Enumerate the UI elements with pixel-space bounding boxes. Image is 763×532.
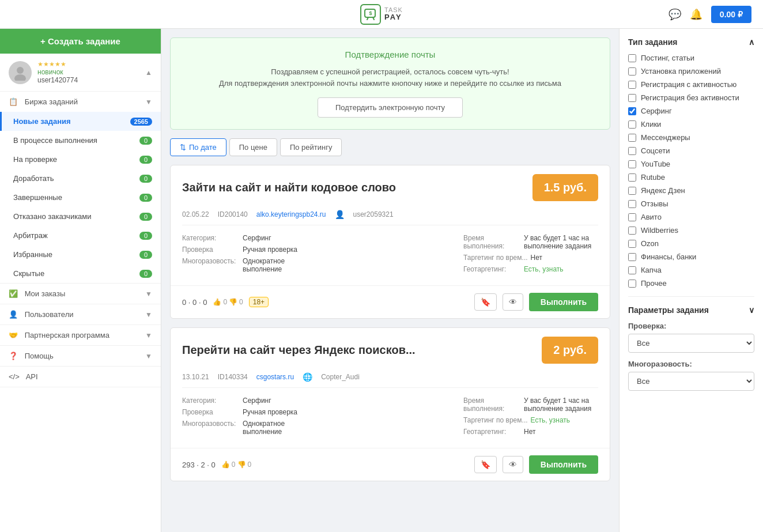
logo: $ TASK PAY — [360, 4, 403, 25]
checkbox-reg-passive-input[interactable] — [628, 94, 636, 102]
sidebar-header-users[interactable]: 👤 Пользователи ▼ — [0, 304, 161, 325]
checkbox-ozon[interactable]: Ozon — [628, 239, 754, 248]
checkbox-captcha[interactable]: Капча — [628, 266, 754, 274]
checkbox-surfing-input[interactable] — [628, 107, 636, 115]
users-label: Пользователи — [25, 310, 74, 319]
confirm-email-button[interactable]: Подтердить электронную почту — [318, 97, 463, 118]
checkbox-social[interactable]: Соцсети — [628, 146, 754, 155]
sidebar-header-help[interactable]: ❓ Помощь ▼ — [0, 346, 161, 366]
checkbox-finance[interactable]: Финансы, банки — [628, 252, 754, 261]
checkbox-other-input[interactable] — [628, 280, 636, 288]
create-task-button[interactable]: + Создать задание — [0, 29, 161, 54]
task-2-geo-row: Геотаргетинг: Нет — [463, 428, 598, 436]
task-2-bookmark-button[interactable]: 🔖 — [474, 456, 497, 473]
checkbox-social-input[interactable] — [628, 147, 636, 155]
checkbox-messengers[interactable]: Мессенджеры — [628, 133, 754, 142]
checkbox-posting-input[interactable] — [628, 54, 636, 62]
task-2-multi-label: Многоразовость: — [182, 420, 240, 436]
sort-tab-price[interactable]: По цене — [229, 138, 277, 156]
sidebar-item-in-progress[interactable]: В процессе выполнения 0 — [0, 131, 161, 150]
checkbox-captcha-input[interactable] — [628, 266, 636, 274]
task-2-category-label: Категория: — [182, 397, 240, 405]
checkbox-finance-input[interactable] — [628, 253, 636, 261]
sidebar-item-favorites[interactable]: Избранные 0 — [0, 245, 161, 264]
checkbox-apps[interactable]: Установка приложений — [628, 67, 754, 76]
checkboxes-list: Постинг, статьи Установка приложений Рег… — [628, 54, 754, 288]
checkbox-reg-active[interactable]: Регистрация с активностью — [628, 80, 754, 89]
task-1-geo-label: Геотаргетинг: — [463, 265, 521, 273]
checkbox-reviews-input[interactable] — [628, 200, 636, 208]
email-banner-title: Подтверждение почты — [182, 50, 598, 59]
sidebar-section-partner: 🤝 Партнерская программа ▼ — [0, 325, 161, 346]
sidebar-item-in-progress-label: В процессе выполнения — [13, 136, 97, 145]
task-1-multi-label: Многоразовость: — [182, 257, 240, 273]
checkbox-clicks-label: Клики — [641, 120, 661, 129]
user-chevron-icon[interactable]: ▲ — [145, 69, 152, 77]
sidebar-item-completed[interactable]: Завершенные 0 — [0, 188, 161, 207]
checkbox-youtube[interactable]: YouTube — [628, 160, 754, 168]
checkbox-posting[interactable]: Постинг, статьи — [628, 54, 754, 62]
checkbox-youtube-input[interactable] — [628, 160, 636, 168]
task-2-multi-value: Однократное выполнение — [243, 420, 317, 436]
sidebar-item-rework[interactable]: Доработать 0 — [0, 169, 161, 188]
review-select[interactable]: Все Ручная Автоматическая — [628, 334, 754, 353]
checkbox-clicks[interactable]: Клики — [628, 120, 754, 129]
sidebar-item-arbitrage[interactable]: Арбитраж 0 — [0, 226, 161, 245]
task-1-geo-link[interactable]: Есть, узнать — [524, 265, 564, 273]
my-orders-label: Мои заказы — [25, 289, 66, 298]
task-1-site[interactable]: alko.keyteringspb24.ru — [256, 210, 326, 218]
checkbox-rutube[interactable]: Rutube — [628, 173, 754, 182]
sort-tab-rating[interactable]: По рейтингу — [280, 138, 342, 156]
sidebar-item-new[interactable]: Новые задания 2565 — [0, 112, 161, 131]
sidebar-item-favorites-label: Избранные — [13, 250, 52, 259]
checkbox-avito-input[interactable] — [628, 213, 636, 221]
checkbox-apps-input[interactable] — [628, 67, 636, 76]
checkbox-avito[interactable]: Авито — [628, 213, 754, 221]
logo-icon: $ — [360, 4, 381, 25]
checkbox-clicks-input[interactable] — [628, 120, 636, 129]
checkbox-reg-active-input[interactable] — [628, 81, 636, 89]
task-2-thumbs-down-icon: 👎 — [237, 461, 246, 469]
sidebar-item-rejected[interactable]: Отказано заказчиками 0 — [0, 207, 161, 226]
task-2-site[interactable]: csgostars.ru — [256, 373, 294, 381]
balance-button[interactable]: 0.00 ₽ — [711, 6, 751, 23]
checkbox-ozon-input[interactable] — [628, 240, 636, 248]
sidebar-header-partner[interactable]: 🤝 Партнерская программа ▼ — [0, 325, 161, 345]
help-label: Помощь — [25, 352, 54, 360]
multi-select[interactable]: Все Однократное Многоразовое — [628, 372, 754, 391]
messages-icon[interactable]: 💬 — [668, 8, 681, 21]
task-2-targeting-link[interactable]: Есть, узнать — [531, 416, 571, 424]
task-1-age-badge: 18+ — [249, 297, 269, 307]
sidebar-item-arbitrage-badge: 0 — [139, 232, 152, 240]
sidebar-header-birja[interactable]: 📋 Биржа заданий ▼ — [0, 92, 161, 112]
task-type-chevron-icon[interactable]: ∧ — [749, 37, 754, 47]
partner-label: Партнерская программа — [25, 331, 109, 339]
sort-tab-date[interactable]: ⇅ По дате — [170, 138, 226, 156]
notifications-icon[interactable]: 🔔 — [690, 8, 702, 21]
api-icon: </> — [9, 372, 20, 381]
task-1-eye-button[interactable]: 👁 — [503, 293, 523, 311]
checkbox-surfing[interactable]: Серфинг — [628, 107, 754, 115]
checkbox-messengers-input[interactable] — [628, 134, 636, 142]
task-1-execute-button[interactable]: Выполнить — [529, 293, 598, 311]
sort-price-label: По цене — [239, 143, 267, 152]
checkbox-other[interactable]: Прочее — [628, 279, 754, 288]
sidebar-item-hidden[interactable]: Скрытые 0 — [0, 264, 161, 283]
checkbox-wildberries-input[interactable] — [628, 227, 636, 235]
task-2-category-value: Серфинг — [243, 397, 271, 405]
checkbox-yandex-zen[interactable]: Яндекс Дзен — [628, 186, 754, 195]
checkbox-rutube-input[interactable] — [628, 173, 636, 182]
sidebar-item-on-review[interactable]: На проверке 0 — [0, 150, 161, 169]
task-1-targeting-time-label: Таргетинг по врем... — [463, 254, 528, 262]
checkbox-reg-passive[interactable]: Регистрация без активности — [628, 93, 754, 102]
params-section-title[interactable]: Параметры задания ∨ — [628, 305, 754, 315]
checkbox-wildberries[interactable]: Wildberries — [628, 226, 754, 235]
checkbox-yandex-zen-input[interactable] — [628, 187, 636, 195]
task-1-bookmark-button[interactable]: 🔖 — [474, 293, 497, 311]
sidebar-header-my-orders[interactable]: ✅ Мои заказы ▼ — [0, 284, 161, 304]
task-2-title: Перейти на сайт через Яндекс поисков... — [182, 344, 416, 357]
task-2-execute-button[interactable]: Выполнить — [529, 455, 598, 474]
checkbox-reviews[interactable]: Отзывы — [628, 199, 754, 208]
sidebar-header-api[interactable]: </> API — [0, 367, 161, 387]
task-2-eye-button[interactable]: 👁 — [503, 456, 523, 473]
